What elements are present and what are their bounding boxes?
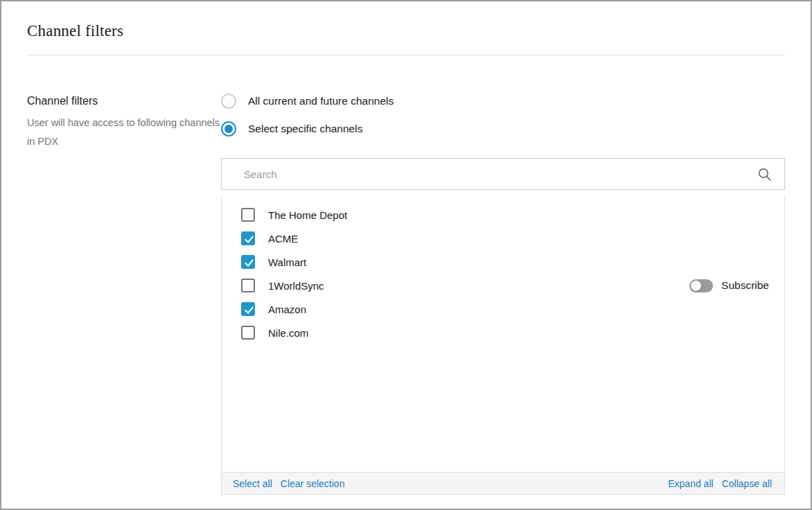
- channel-list-row: Amazon: [241, 297, 769, 321]
- channel-checkbox-group[interactable]: ACME: [241, 231, 298, 245]
- channel-list-row: ACME: [241, 227, 769, 250]
- channel-label: Walmart: [268, 256, 306, 268]
- channel-list-row: Walmart: [241, 250, 769, 274]
- channel-label: The Home Depot: [268, 209, 347, 221]
- channel-list-row: 1WorldSync Subscribe: [241, 274, 769, 297]
- channel-checkbox-group[interactable]: Walmart: [241, 255, 306, 269]
- section-label: Channel filters: [27, 93, 221, 109]
- collapse-all-link[interactable]: Collapse all: [722, 478, 772, 489]
- section-helper-text: User will have access to following chann…: [27, 114, 221, 151]
- sidebar: Channel filters User will have access to…: [27, 93, 221, 495]
- channel-label: Amazon: [268, 304, 306, 315]
- footer-links-right: Expand all Collapse all: [664, 478, 776, 489]
- channel-checkbox[interactable]: [241, 255, 255, 269]
- subscribe-toggle[interactable]: [689, 279, 713, 292]
- radio-option-all-channels[interactable]: All current and future channels: [221, 93, 785, 109]
- channel-checkbox[interactable]: [241, 279, 255, 292]
- channel-search-box[interactable]: [221, 158, 785, 190]
- footer-links-left: Select all Clear selection: [229, 478, 348, 489]
- channel-checkbox[interactable]: [241, 302, 255, 316]
- channel-scope-radio-group: All current and future channels Select s…: [221, 93, 785, 137]
- channel-list-row: The Home Depot: [241, 203, 769, 227]
- radio-button[interactable]: [221, 121, 236, 137]
- radio-option-label: All current and future channels: [248, 95, 394, 107]
- channel-checkbox-group[interactable]: 1WorldSync: [241, 279, 324, 292]
- subscribe-toggle-knob: [691, 281, 701, 291]
- main-area: All current and future channels Select s…: [221, 93, 785, 495]
- channel-label: ACME: [268, 233, 298, 245]
- search-icon[interactable]: [757, 167, 772, 182]
- header-divider: [27, 55, 785, 55]
- channel-filters-panel: Channel filters Channel filters User wil…: [0, 0, 812, 510]
- list-footer-bar: Select all Clear selection Expand all Co…: [222, 472, 784, 494]
- clear-selection-link[interactable]: Clear selection: [281, 478, 345, 489]
- radio-button[interactable]: [221, 94, 236, 109]
- channel-checkbox[interactable]: [241, 326, 255, 340]
- channel-checkbox-group[interactable]: Nile.com: [241, 326, 308, 340]
- page-title: Channel filters: [27, 22, 785, 40]
- page-header: Channel filters: [1, 1, 811, 55]
- channel-list-row: Nile.com: [241, 321, 769, 344]
- subscribe-label: Subscribe: [721, 279, 769, 292]
- channel-checkbox-group[interactable]: The Home Depot: [241, 208, 347, 222]
- channel-list: The Home Depot ACME Walmart 1WorldSync: [222, 197, 784, 472]
- select-all-link[interactable]: Select all: [233, 478, 272, 489]
- radio-option-label: Select specific channels: [248, 123, 362, 135]
- channel-label: Nile.com: [268, 327, 308, 339]
- channel-checkbox[interactable]: [241, 231, 255, 245]
- content: Channel filters User will have access to…: [1, 93, 811, 495]
- expand-all-link[interactable]: Expand all: [668, 478, 713, 489]
- channel-checkbox[interactable]: [241, 208, 255, 222]
- subscribe-toggle-wrap: Subscribe: [689, 279, 769, 292]
- search-input[interactable]: [244, 168, 757, 180]
- radio-option-specific-channels[interactable]: Select specific channels: [221, 121, 785, 137]
- channel-label: 1WorldSync: [268, 280, 324, 292]
- channel-list-panel: The Home Depot ACME Walmart 1WorldSync: [221, 197, 785, 495]
- channel-checkbox-group[interactable]: Amazon: [241, 302, 306, 316]
